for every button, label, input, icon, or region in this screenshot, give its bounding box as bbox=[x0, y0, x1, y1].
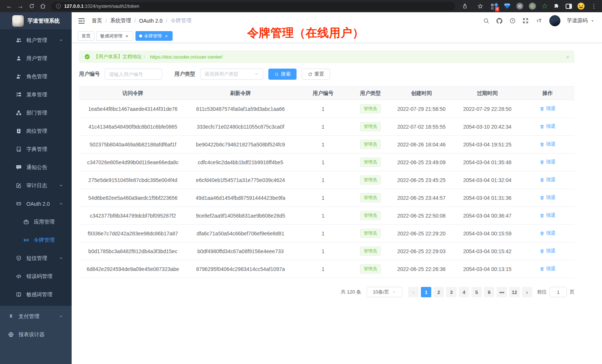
app-logo[interactable]: 芋道管理系统 bbox=[0, 12, 72, 29]
sidebar-item-error-code[interactable]: 错误码管理 bbox=[0, 267, 72, 285]
tab-token-management[interactable]: 令牌管理× bbox=[135, 31, 173, 41]
extension-record-icon[interactable] bbox=[529, 3, 536, 10]
force-logout-button[interactable]: 强退 bbox=[540, 194, 556, 201]
page-next-button[interactable]: › bbox=[522, 287, 532, 297]
side-panel-icon[interactable] bbox=[566, 4, 572, 9]
address-bar[interactable]: i 127.0.0.1:1024/system/oauth2/token bbox=[51, 2, 455, 11]
collapse-sidebar-icon[interactable] bbox=[78, 17, 85, 25]
page-4[interactable]: 4 bbox=[459, 287, 469, 297]
breadcrumb-system[interactable]: 系统管理 bbox=[110, 17, 131, 24]
site-info-icon[interactable]: i bbox=[56, 4, 61, 9]
sidebar-item-application[interactable]: 应用管理 bbox=[0, 213, 72, 231]
help-icon[interactable] bbox=[509, 17, 516, 24]
trash-icon bbox=[540, 231, 544, 236]
force-logout-button[interactable]: 强退 bbox=[540, 230, 556, 236]
refresh-token-cell: cdfc4ce9c2da4bb1bdf21b9918ff4be5 bbox=[187, 153, 294, 171]
page-6[interactable]: 6 bbox=[484, 287, 494, 297]
tab-home[interactable]: 首页 bbox=[78, 31, 94, 41]
share-icon[interactable] bbox=[460, 2, 470, 11]
sidebar-item-label: 菜单管理 bbox=[26, 92, 72, 98]
sidebar-item-sensitive-words[interactable]: 敏感词管理 bbox=[0, 285, 72, 304]
tab-sensitive-words[interactable]: 敏感词管理× bbox=[96, 31, 133, 41]
filter-bar: 用户编号 用户类型 请选择用户类型 搜索 重置 bbox=[79, 69, 575, 80]
sidebar-item-post[interactable]: 岗位管理 bbox=[0, 122, 72, 140]
username[interactable]: 芋道源码 bbox=[567, 17, 588, 24]
profile-avatar-icon[interactable] bbox=[578, 3, 585, 10]
breadcrumb-oauth[interactable]: OAuth 2.0 bbox=[139, 18, 163, 24]
page-1[interactable]: 1 bbox=[421, 287, 431, 297]
tab-label: 令牌管理 bbox=[144, 33, 162, 39]
force-logout-button[interactable]: 强退 bbox=[540, 105, 556, 112]
sidebar-item-menu-tree[interactable]: 菜单管理 bbox=[0, 86, 72, 104]
close-icon[interactable]: × bbox=[124, 33, 130, 39]
page-prev-button[interactable]: ‹ bbox=[408, 287, 419, 297]
user-type-cell: 管理员 bbox=[352, 136, 389, 153]
table-row: c347026e805e4d99b0d116eae66eda8ccdfc4ce9… bbox=[79, 153, 575, 171]
caret-down-icon[interactable] bbox=[590, 19, 595, 23]
forward-icon[interactable]: → bbox=[16, 2, 25, 11]
sidebar-item-label: 部门管理 bbox=[26, 110, 72, 116]
force-logout-button[interactable]: 强退 bbox=[540, 212, 556, 219]
user-avatar[interactable] bbox=[549, 15, 560, 26]
page-3[interactable]: 3 bbox=[446, 287, 457, 297]
sidebar-item-department[interactable]: 部门管理 bbox=[0, 104, 72, 122]
user-id-input[interactable] bbox=[105, 69, 162, 80]
sidebar-item-sms[interactable]: 短信管理 bbox=[0, 249, 72, 267]
sidebar-item-audit-log[interactable]: 审计日志 bbox=[0, 176, 72, 195]
action-cell: 强退 bbox=[521, 153, 575, 171]
force-logout-button[interactable]: 强退 bbox=[540, 159, 556, 165]
breadcrumb-home[interactable]: 首页 bbox=[92, 17, 102, 24]
github-icon[interactable] bbox=[496, 17, 503, 24]
table-row: c342377bf8b344799dcbf7bf095287f29ce8ef2a… bbox=[79, 207, 575, 225]
goto-unit: 页 bbox=[570, 289, 575, 295]
page-5[interactable]: 5 bbox=[471, 287, 482, 297]
sidebar-item-user[interactable]: 用户管理 bbox=[0, 49, 72, 67]
home-icon[interactable] bbox=[38, 2, 48, 11]
refresh-token-cell: e6cfd40eb1f54571a31e775e039c4624 bbox=[187, 171, 294, 189]
sidebar-item-roles[interactable]: 角色管理 bbox=[0, 67, 72, 86]
user-id-cell: 1 bbox=[294, 100, 352, 118]
table-row: 502375b8040a469a9b82188afdf6af1fbe90422b… bbox=[79, 136, 575, 153]
sidebar-item-label: 支付管理 bbox=[19, 313, 59, 320]
sidebar-item-token[interactable]: 令牌管理 bbox=[0, 231, 72, 249]
sidebar-item-report-designer[interactable]: 报表设计器 bbox=[0, 325, 72, 344]
sidebar-item-dictionary[interactable]: 字典管理 bbox=[0, 140, 72, 158]
sidebar-item-label: 字典管理 bbox=[26, 146, 72, 153]
force-logout-button[interactable]: 强退 bbox=[540, 176, 556, 183]
audit-log-icon bbox=[16, 182, 22, 189]
sidebar-item-notice[interactable]: 通知公告 bbox=[0, 158, 72, 176]
close-icon[interactable]: × bbox=[164, 33, 169, 39]
bookmark-star-icon[interactable] bbox=[475, 2, 485, 11]
reload-icon[interactable] bbox=[27, 2, 36, 11]
alert-close-icon[interactable]: × bbox=[566, 54, 569, 60]
extension-command-icon[interactable]: ⌘ bbox=[516, 3, 523, 10]
sidebar-item-tenants[interactable]: 租户管理 bbox=[0, 31, 72, 49]
extensions-puzzle-icon[interactable] bbox=[553, 3, 560, 10]
browser-menu-icon[interactable]: ⋮ bbox=[590, 3, 598, 10]
extension-star-icon[interactable]: ☆ bbox=[542, 3, 548, 10]
fullscreen-icon[interactable] bbox=[522, 17, 529, 24]
doc-link[interactable]: https://doc.iocoder.cn/user-center/ bbox=[150, 54, 223, 60]
page-size-select[interactable]: 10条/页 bbox=[367, 287, 402, 297]
user-id-cell: 1 bbox=[294, 242, 352, 260]
expires-at-cell: 2054-03-04 01:35:48 bbox=[454, 153, 521, 171]
font-size-icon[interactable] bbox=[535, 17, 543, 24]
reset-button[interactable]: 重置 bbox=[302, 69, 330, 80]
force-logout-button[interactable]: 强退 bbox=[540, 248, 556, 254]
back-icon[interactable]: ← bbox=[4, 2, 14, 11]
force-logout-button[interactable]: 强退 bbox=[540, 141, 556, 148]
sidebar-item-payment[interactable]: 支付管理 bbox=[0, 307, 72, 325]
search-button[interactable]: 搜索 bbox=[268, 69, 297, 80]
search-icon[interactable] bbox=[483, 17, 490, 24]
extension-gem-icon[interactable] bbox=[504, 3, 511, 9]
force-logout-button[interactable]: 强退 bbox=[540, 123, 556, 130]
page-2[interactable]: 2 bbox=[433, 287, 444, 297]
sidebar-item-oauth[interactable]: OAuth 2.0 bbox=[0, 195, 72, 213]
page-ellipsis[interactable]: ••• bbox=[497, 287, 507, 297]
extension-grid-icon[interactable]: 9 bbox=[491, 3, 498, 10]
user-type-select[interactable]: 请选择用户类型 bbox=[200, 69, 263, 80]
page-12[interactable]: 12 bbox=[509, 287, 520, 297]
trash-icon bbox=[540, 195, 544, 200]
force-logout-button[interactable]: 强退 bbox=[540, 265, 556, 272]
goto-input[interactable] bbox=[550, 287, 567, 297]
